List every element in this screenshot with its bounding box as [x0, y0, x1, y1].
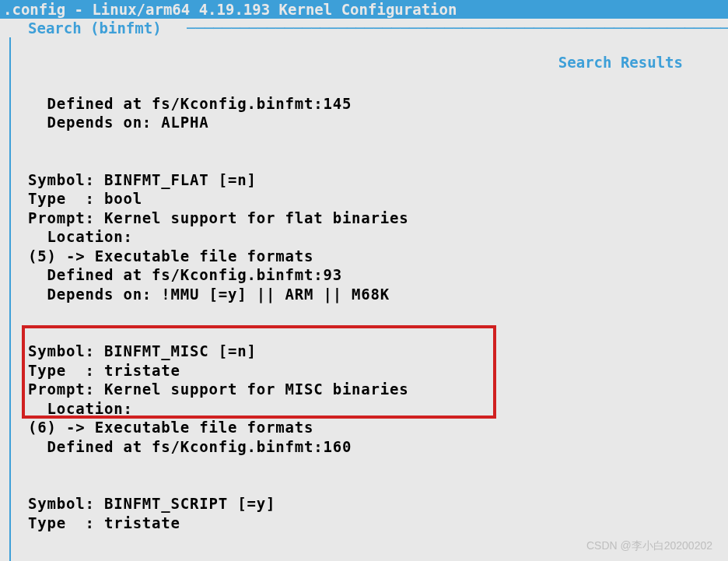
watermark: CSDN @李小白20200202 — [586, 539, 712, 553]
prompt-flat: Prompt: Kernel support for flat binaries — [28, 209, 409, 226]
depends-flat: Depends on: !MMU [=y] || ARM || M68K — [28, 286, 390, 303]
symbol-flat: Symbol: BINFMT_FLAT [=n] — [28, 171, 257, 188]
search-line: Search (binfmt) ────────────────────────… — [0, 19, 728, 37]
prompt-misc: Prompt: Kernel support for MISC binaries — [28, 380, 409, 398]
type-script: Type : tristate — [28, 514, 180, 531]
results-line: Search Results — [0, 37, 728, 56]
type-flat: Type : bool — [28, 190, 142, 207]
defined-line: Defined at fs/Kconfig.binfmt:145 — [28, 95, 352, 112]
search-label: Search (binfmt) — [0, 19, 162, 37]
window-title: .config - Linux/arm64 4.19.193 Kernel Co… — [3, 1, 457, 18]
title-bar: .config - Linux/arm64 4.19.193 Kernel Co… — [0, 0, 728, 19]
location-flat: Location: — [28, 228, 133, 245]
border-left — [9, 37, 11, 561]
menu-flat: (5) -> Executable file formats — [28, 247, 313, 265]
menu-misc: (6) -> Executable file formats — [28, 419, 313, 436]
defined-flat: Defined at fs/Kconfig.binfmt:93 — [28, 266, 342, 283]
symbol-misc: Symbol: BINFMT_MISC [=n] — [28, 342, 257, 359]
search-dashes: ────────────────────────────────────────… — [187, 19, 728, 37]
search-results-content[interactable]: Defined at fs/Kconfig.binfmt:145 Depends… — [0, 56, 728, 532]
defined-misc: Defined at fs/Kconfig.binfmt:160 — [28, 438, 352, 455]
depends-line: Depends on: ALPHA — [28, 114, 209, 131]
location-misc: Location: — [28, 400, 133, 417]
symbol-script: Symbol: BINFMT_SCRIPT [=y] — [28, 495, 275, 512]
type-misc: Type : tristate — [28, 362, 180, 379]
results-label: Search Results — [552, 53, 689, 72]
